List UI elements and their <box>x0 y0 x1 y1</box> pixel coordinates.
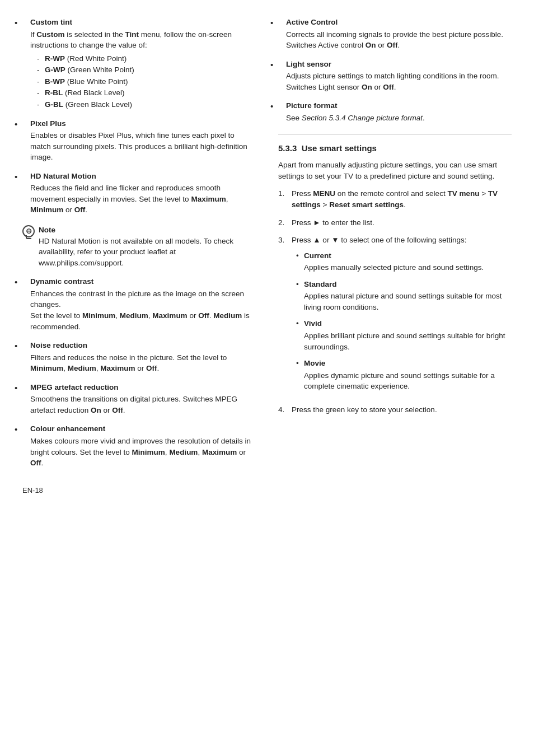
note-icon: ⊖ <box>22 225 35 237</box>
list-item-light-sensor: Light sensor Adjusts picture settings to… <box>278 59 512 93</box>
note-label: Note <box>39 226 55 234</box>
item-title-pixel-plus: Pixel Plus <box>30 119 66 128</box>
page-number: EN-18 <box>22 486 256 496</box>
sub-item-bwp: B-WP (Blue White Point) <box>35 76 256 87</box>
item-title-light-sensor: Light sensor <box>286 60 331 68</box>
list-item-active-control: Active Control Corrects all incoming sig… <box>278 17 512 51</box>
setting-vivid-title: Vivid <box>304 319 322 328</box>
setting-vivid-body: Applies brilliant picture and sound sett… <box>304 330 512 352</box>
list-item-mpeg-reduction: MPEG artefact reduction Smoothens the tr… <box>22 382 256 416</box>
step-4-number: 4. <box>278 404 287 416</box>
setting-standard-body: Applies natural picture and sound settin… <box>304 291 512 312</box>
step-2-content: Press ► to enter the list. <box>292 217 512 228</box>
item-title-hd-natural-motion: HD Natural Motion <box>30 172 96 180</box>
step-2: 2. Press ► to enter the list. <box>278 217 512 228</box>
step-3: 3. Press ▲ or ▼ to select one of the fol… <box>278 235 512 398</box>
item-body-pixel-plus: Enables or disables Pixel Plus, which fi… <box>30 130 256 163</box>
custom-tint-sublist: R-WP (Red White Point) G-WP (Green White… <box>35 53 256 110</box>
item-body-noise-reduction: Filters and reduces the noise in the pic… <box>30 352 256 374</box>
list-item-picture-format: Picture format See Section 5.3.4 Change … <box>278 100 512 123</box>
setting-current-title: Current <box>304 251 331 260</box>
step-1: 1. Press MENU on the remote control and … <box>278 188 512 210</box>
steps-list: 1. Press MENU on the remote control and … <box>278 188 512 415</box>
setting-standard: Standard Applies natural picture and sou… <box>296 279 512 313</box>
list-item-hd-natural-motion: HD Natural Motion Reduces the field and … <box>22 171 256 216</box>
item-title-dynamic-contrast: Dynamic contrast <box>30 277 93 286</box>
list-item-custom-tint: Custom tint If Custom is selected in the… <box>22 17 256 110</box>
smart-settings-list: Current Applies manually selected pictur… <box>296 250 512 392</box>
section-intro: Apart from manually adjusting picture se… <box>278 160 512 181</box>
list-item-colour-enhancement: Colour enhancement Makes colours more vi… <box>22 423 256 468</box>
note-content: Note HD Natural Motion is not available … <box>39 225 256 268</box>
sub-item-rbl: R-BL (Red Black Level) <box>35 87 256 99</box>
list-item-pixel-plus: Pixel Plus Enables or disables Pixel Plu… <box>22 118 256 163</box>
step-4: 4. Press the green key to store your sel… <box>278 404 512 416</box>
setting-current: Current Applies manually selected pictur… <box>296 250 512 273</box>
setting-current-body: Applies manually selected picture and so… <box>304 262 512 273</box>
setting-movie: Movie Applies dynamic picture and sound … <box>296 358 512 392</box>
step-1-number: 1. <box>278 188 287 199</box>
step-1-content: Press MENU on the remote control and sel… <box>292 188 512 210</box>
left-column: Custom tint If Custom is selected in the… <box>22 17 256 496</box>
item-title-custom-tint: Custom tint <box>30 18 72 26</box>
item-title-active-control: Active Control <box>286 18 338 26</box>
setting-movie-title: Movie <box>304 359 325 367</box>
setting-vivid: Vivid Applies brilliant picture and soun… <box>296 318 512 352</box>
step-3-number: 3. <box>278 235 287 246</box>
item-title-colour-enhancement: Colour enhancement <box>30 424 105 433</box>
item-body-dynamic-contrast: Enhances the contrast in the picture as … <box>30 288 256 332</box>
item-body-hd-natural-motion: Reduces the field and line flicker and r… <box>30 183 256 216</box>
list-item-noise-reduction: Noise reduction Filters and reduces the … <box>22 340 256 374</box>
note-box: ⊖ Note HD Natural Motion is not availabl… <box>22 225 256 268</box>
note-text: HD Natural Motion is not available on al… <box>39 237 233 267</box>
section-heading: 5.3.3 Use smart settings <box>278 142 512 155</box>
item-body-active-control: Corrects all incoming signals to provide… <box>286 29 512 51</box>
item-body-mpeg-reduction: Smoothens the transitions on digital pic… <box>30 394 256 416</box>
item-title-picture-format: Picture format <box>286 101 338 110</box>
item-body-custom-tint: If Custom is selected in the Tint menu, … <box>30 29 256 110</box>
setting-standard-title: Standard <box>304 280 337 288</box>
step-2-number: 2. <box>278 217 287 228</box>
item-body-colour-enhancement: Makes colours more vivid and improves th… <box>30 436 256 469</box>
left-bullet-list-2: Dynamic contrast Enhances the contrast i… <box>22 276 256 468</box>
step-3-content: Press ▲ or ▼ to select one of the follow… <box>292 235 512 398</box>
sub-item-gwp: G-WP (Green White Point) <box>35 64 256 76</box>
sub-item-rwp: R-WP (Red White Point) <box>35 53 256 64</box>
item-title-mpeg-reduction: MPEG artefact reduction <box>30 383 119 391</box>
left-bullet-list: Custom tint If Custom is selected in the… <box>22 17 256 216</box>
item-body-light-sensor: Adjusts picture settings to match lighti… <box>286 71 512 92</box>
step-4-content: Press the green key to store your select… <box>292 404 512 416</box>
section-title: Use smart settings <box>302 143 377 153</box>
setting-movie-body: Applies dynamic picture and sound settin… <box>304 370 512 392</box>
right-bullet-list: Active Control Corrects all incoming sig… <box>278 17 512 124</box>
page-container: Custom tint If Custom is selected in the… <box>22 17 512 496</box>
section-number: 5.3.3 <box>278 143 297 153</box>
section-divider <box>278 134 512 134</box>
list-item-dynamic-contrast: Dynamic contrast Enhances the contrast i… <box>22 276 256 332</box>
item-body-picture-format: See Section 5.3.4 Change picture format. <box>286 113 512 124</box>
right-column: Active Control Corrects all incoming sig… <box>278 17 512 496</box>
sub-item-gbl: G-BL (Green Black Level) <box>35 99 256 110</box>
item-title-noise-reduction: Noise reduction <box>30 341 87 349</box>
